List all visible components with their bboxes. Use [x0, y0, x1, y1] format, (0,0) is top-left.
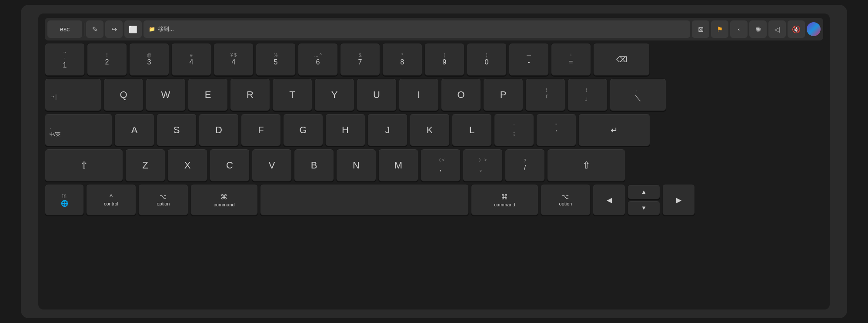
key-s[interactable]: S — [157, 114, 197, 146]
key-t[interactable]: T — [272, 78, 312, 111]
tb-compose-btn[interactable]: ✎ — [86, 20, 103, 38]
key-f[interactable]: F — [241, 114, 281, 146]
key-9[interactable]: ( 9 — [424, 43, 464, 76]
keyboard-area: esc ✎ ↪ ⬜ 📁 移到... ⊠ ⚑ ‹ ✺ ◁ 🔇 ~ — [38, 13, 830, 310]
key-o[interactable]: O — [441, 78, 481, 111]
key-5b[interactable]: % 5 — [256, 43, 296, 76]
speaker-right — [825, 74, 842, 249]
tb-nav-prev-btn[interactable]: ‹ — [730, 20, 748, 38]
tb-address-text: 移到... — [158, 25, 174, 33]
key-caps-lock[interactable]: · 中/英 — [45, 114, 112, 146]
key-shift-left[interactable]: ⇧ — [45, 149, 123, 182]
key-2[interactable]: ! 2 — [87, 43, 127, 76]
key-command-right[interactable]: ⌘ command — [471, 184, 538, 215]
key-minus[interactable]: — - — [509, 43, 549, 76]
tb-siri-btn[interactable] — [807, 22, 821, 36]
key-slash[interactable]: ? / — [505, 149, 545, 182]
tb-mute-btn[interactable]: 🔇 — [788, 20, 805, 38]
speaker-left — [26, 74, 43, 249]
key-arrow-right[interactable]: ▶ — [662, 184, 695, 215]
esc-key[interactable]: esc — [47, 20, 82, 38]
key-arrow-up[interactable]: ▲ — [628, 185, 660, 199]
row-asdf: · 中/英 A S D F G H J K L ： ； — [45, 114, 823, 146]
key-c[interactable]: C — [210, 149, 250, 182]
key-i[interactable]: I — [399, 78, 439, 111]
key-z[interactable]: Z — [125, 149, 165, 182]
key-backslash[interactable]: 、 ＼ — [610, 78, 666, 111]
key-b[interactable]: B — [294, 149, 334, 182]
keyboard-rows: ~ · 1 ! 2 @ 3 — [45, 43, 823, 303]
key-comma[interactable]: 《 < ， — [421, 149, 461, 182]
key-3[interactable]: @ 3 — [129, 43, 169, 76]
key-backtick[interactable]: ~ · 1 — [45, 43, 85, 76]
key-v[interactable]: V — [252, 149, 292, 182]
key-equals[interactable]: + = — [551, 43, 591, 76]
key-7[interactable]: & 7 — [340, 43, 380, 76]
tb-archive-btn[interactable]: ⬜ — [124, 20, 142, 38]
tb-brightness-btn[interactable]: ✺ — [749, 20, 767, 38]
key-command-left[interactable]: ⌘ command — [190, 184, 258, 215]
key-y[interactable]: Y — [314, 78, 354, 111]
key-p[interactable]: P — [483, 78, 523, 111]
key-control[interactable]: ^ control — [86, 184, 136, 215]
key-tab[interactable]: →| — [45, 78, 101, 111]
key-h[interactable]: H — [325, 114, 365, 146]
key-space[interactable] — [260, 184, 469, 215]
tb-divider — [84, 23, 84, 36]
key-d[interactable]: D — [199, 114, 239, 146]
key-l[interactable]: L — [452, 114, 492, 146]
row-qwerty: →| Q W E R T Y U I O P ｛ 「 — [45, 78, 823, 111]
key-option-left[interactable]: ⌥ option — [138, 184, 188, 215]
key-4[interactable]: # 4 — [171, 43, 211, 76]
key-x[interactable]: X — [167, 149, 207, 182]
key-g[interactable]: G — [283, 114, 323, 146]
key-rbracket[interactable]: ｝ 」 — [568, 78, 608, 111]
laptop-body: esc ✎ ↪ ⬜ 📁 移到... ⊠ ⚑ ‹ ✺ ◁ 🔇 ~ — [21, 5, 847, 318]
key-semicolon[interactable]: ： ； — [494, 114, 534, 146]
tb-address-bar[interactable]: 📁 移到... — [144, 20, 690, 38]
key-lbracket[interactable]: ｛ 「 — [525, 78, 565, 111]
key-return[interactable]: ↵ — [578, 114, 650, 146]
arrow-ud-container: ▲ ▼ — [628, 185, 660, 215]
key-e[interactable]: E — [188, 78, 228, 111]
key-w[interactable]: W — [146, 78, 186, 111]
row-zxcv: ⇧ Z X C V B N M 《 < ， 》 > 。 — [45, 149, 823, 182]
key-quote[interactable]: " ' — [536, 114, 576, 146]
key-u[interactable]: U — [357, 78, 397, 111]
key-m[interactable]: M — [378, 149, 418, 182]
key-k[interactable]: K — [410, 114, 450, 146]
key-n[interactable]: N — [336, 149, 376, 182]
key-arrow-left[interactable]: ◀ — [593, 184, 625, 215]
tb-vol-down-btn[interactable]: ◁ — [768, 20, 786, 38]
key-option-right[interactable]: ⌥ option — [541, 184, 591, 215]
key-fn[interactable]: fn 🌐 — [45, 184, 84, 215]
key-q[interactable]: Q — [103, 78, 144, 111]
row-numbers: ~ · 1 ! 2 @ 3 — [45, 43, 823, 76]
key-period[interactable]: 》 > 。 — [463, 149, 503, 182]
tb-delete-btn[interactable]: ⊠ — [692, 20, 709, 38]
key-a[interactable]: A — [114, 114, 154, 146]
key-6[interactable]: … ^ 6 — [298, 43, 338, 76]
tb-flag-btn[interactable]: ⚑ — [711, 20, 728, 38]
key-8[interactable]: * 8 — [382, 43, 422, 76]
row-bottom: fn 🌐 ^ control ⌥ option — [45, 184, 823, 215]
key-j[interactable]: J — [367, 114, 407, 146]
key-shift-right[interactable]: ⇧ — [547, 149, 625, 182]
tb-forward-btn[interactable]: ↪ — [105, 20, 123, 38]
key-5[interactable]: ¥ $ 4 — [214, 43, 254, 76]
key-r[interactable]: R — [230, 78, 270, 111]
key-arrow-down[interactable]: ▼ — [628, 201, 660, 215]
touch-bar: esc ✎ ↪ ⬜ 📁 移到... ⊠ ⚑ ‹ ✺ ◁ 🔇 — [45, 18, 823, 40]
key-0[interactable]: ) 0 — [467, 43, 507, 76]
key-backspace[interactable]: ⌫ — [593, 43, 650, 76]
